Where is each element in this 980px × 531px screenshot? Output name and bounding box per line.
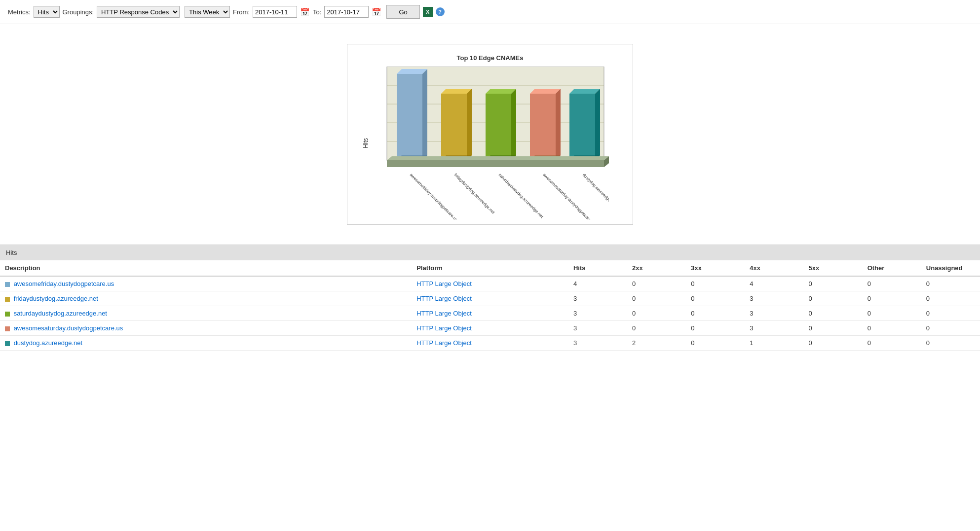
data-table: Description Platform Hits 2xx 3xx 4xx 5x…: [0, 260, 980, 351]
description-link[interactable]: fridaydustydog.azureedge.net: [14, 295, 98, 302]
row-color-dot: [5, 341, 10, 346]
description-link[interactable]: awesomesaturday.dustydogpetcare.us: [14, 324, 123, 332]
cell-5xx: 0: [804, 306, 863, 321]
cell-2xx: 0: [627, 276, 686, 291]
svg-rect-24: [569, 94, 595, 160]
svg-marker-29: [387, 156, 609, 160]
platform-link[interactable]: HTTP Large Object: [416, 295, 472, 302]
svg-marker-17: [486, 89, 516, 94]
calendar-from-icon[interactable]: 📅: [300, 7, 310, 17]
description-link[interactable]: dustydog.azureedge.net: [14, 339, 83, 347]
cell-4xx: 1: [745, 336, 803, 351]
cell-description: saturdaydustydog.azureedge.net: [0, 306, 412, 321]
platform-link[interactable]: HTTP Large Object: [416, 310, 472, 317]
row-color-dot: [5, 326, 10, 331]
platform-link[interactable]: HTTP Large Object: [416, 280, 472, 287]
cell-other: 0: [863, 336, 921, 351]
cell-2xx: 2: [627, 336, 686, 351]
chart-box: Top 10 Edge CNAMEs Hits: [347, 44, 633, 225]
svg-rect-12: [441, 94, 467, 160]
cell-other: 0: [863, 291, 921, 306]
groupings-select[interactable]: HTTP Response Codes: [97, 6, 180, 18]
cell-hits: 3: [568, 336, 627, 351]
cell-5xx: 0: [804, 321, 863, 336]
cell-3xx: 0: [686, 306, 745, 321]
svg-marker-14: [467, 89, 472, 160]
svg-marker-26: [595, 89, 600, 160]
cell-4xx: 3: [745, 291, 803, 306]
col-4xx: 4xx: [745, 260, 803, 276]
chart-container: Top 10 Edge CNAMEs Hits: [0, 34, 980, 235]
cell-3xx: 0: [686, 336, 745, 351]
cell-platform: HTTP Large Object: [412, 276, 568, 291]
svg-marker-13: [441, 89, 472, 94]
cell-description: fridaydustydog.azureedge.net: [0, 291, 412, 306]
col-3xx: 3xx: [686, 260, 745, 276]
metrics-select[interactable]: Hits: [34, 6, 60, 18]
svg-text:saturdaydustydog.azureedge.net: saturdaydustydog.azureedge.net: [498, 172, 545, 219]
table-row: fridaydustydog.azureedge.net HTTP Large …: [0, 291, 980, 306]
platform-link[interactable]: HTTP Large Object: [416, 339, 472, 347]
toolbar: Metrics: Hits Groupings: HTTP Response C…: [0, 0, 980, 24]
cell-2xx: 0: [627, 321, 686, 336]
cell-unassigned: 0: [921, 321, 980, 336]
cell-hits: 3: [568, 306, 627, 321]
col-unassigned: Unassigned: [921, 260, 980, 276]
cell-description: awesomefriday.dustydogpetcare.us: [0, 276, 412, 291]
table-body: awesomefriday.dustydogpetcare.us HTTP La…: [0, 276, 980, 351]
svg-marker-9: [397, 69, 427, 74]
platform-link[interactable]: HTTP Large Object: [416, 324, 472, 332]
svg-text:fridaydustydog.azureedge.net: fridaydustydog.azureedge.net: [453, 172, 496, 215]
cell-platform: HTTP Large Object: [412, 321, 568, 336]
period-select[interactable]: This Week: [185, 6, 230, 18]
col-description: Description: [0, 260, 412, 276]
cell-4xx: 3: [745, 306, 803, 321]
from-input[interactable]: [253, 6, 297, 18]
section-header: Hits: [0, 245, 980, 260]
y-axis-label: Hits: [362, 138, 369, 148]
cell-unassigned: 0: [921, 291, 980, 306]
cell-5xx: 0: [804, 291, 863, 306]
table-row: saturdaydustydog.azureedge.net HTTP Larg…: [0, 306, 980, 321]
description-link[interactable]: awesomefriday.dustydogpetcare.us: [14, 280, 114, 287]
cell-3xx: 0: [686, 291, 745, 306]
cell-platform: HTTP Large Object: [412, 291, 568, 306]
bar-chart: awesomefriday.dustydogpetcare.us fridayd…: [372, 67, 609, 219]
cell-2xx: 0: [627, 291, 686, 306]
row-color-dot: [5, 312, 10, 317]
table-row: awesomefriday.dustydogpetcare.us HTTP La…: [0, 276, 980, 291]
toolbar-right: Go X ?: [386, 5, 444, 19]
excel-icon[interactable]: X: [423, 7, 433, 17]
cell-description: dustydog.azureedge.net: [0, 336, 412, 351]
description-link[interactable]: saturdaydustydog.azureedge.net: [14, 310, 107, 317]
to-input[interactable]: [324, 6, 369, 18]
cell-unassigned: 0: [921, 276, 980, 291]
metrics-label: Metrics:: [8, 8, 31, 16]
cell-unassigned: 0: [921, 336, 980, 351]
cell-platform: HTTP Large Object: [412, 336, 568, 351]
cell-hits: 4: [568, 276, 627, 291]
table-header: Description Platform Hits 2xx 3xx 4xx 5x…: [0, 260, 980, 276]
row-color-dot: [5, 282, 10, 287]
cell-description: awesomesaturday.dustydogpetcare.us: [0, 321, 412, 336]
cell-4xx: 3: [745, 321, 803, 336]
col-2xx: 2xx: [627, 260, 686, 276]
calendar-to-icon[interactable]: 📅: [372, 7, 381, 17]
table-row: dustydog.azureedge.net HTTP Large Object…: [0, 336, 980, 351]
svg-marker-21: [530, 89, 561, 94]
date-row: This Week From: 📅 To: 📅: [185, 6, 381, 18]
col-other: Other: [863, 260, 921, 276]
col-platform: Platform: [412, 260, 568, 276]
cell-hits: 3: [568, 321, 627, 336]
go-button[interactable]: Go: [386, 5, 419, 19]
from-label: From:: [233, 8, 250, 16]
cell-5xx: 0: [804, 336, 863, 351]
svg-rect-16: [486, 94, 511, 160]
cell-other: 0: [863, 276, 921, 291]
cell-3xx: 0: [686, 321, 745, 336]
cell-5xx: 0: [804, 276, 863, 291]
cell-4xx: 4: [745, 276, 803, 291]
help-icon[interactable]: ?: [436, 7, 445, 16]
to-label: To:: [313, 8, 321, 16]
table-row: awesomesaturday.dustydogpetcare.us HTTP …: [0, 321, 980, 336]
